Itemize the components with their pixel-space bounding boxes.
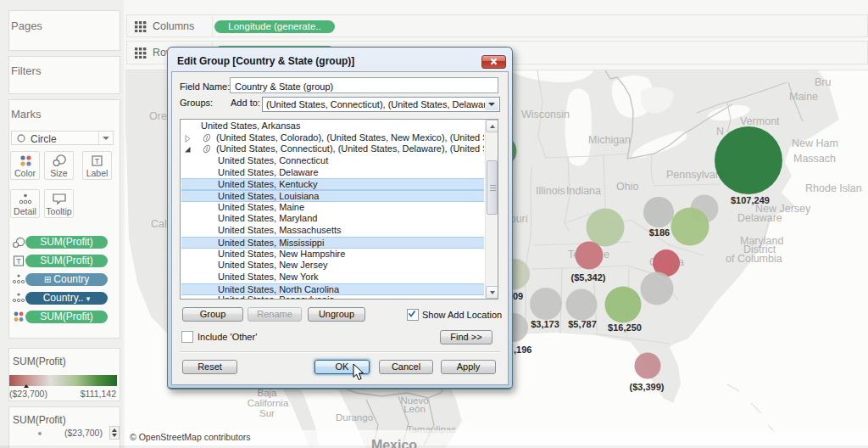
- svg-text:$5,787: $5,787: [568, 319, 597, 329]
- svg-text:Ohio: Ohio: [616, 181, 638, 193]
- svg-text:Massach: Massach: [793, 153, 836, 165]
- svg-text:Wisconsin: Wisconsin: [521, 109, 570, 120]
- svg-text:$186: $186: [649, 227, 670, 238]
- svg-text:Sur: Sur: [259, 408, 275, 418]
- svg-text:N: N: [716, 126, 724, 137]
- svg-text:Indiana: Indiana: [566, 185, 601, 197]
- svg-text:of Columbia: of Columbia: [726, 253, 782, 265]
- svg-text:California: California: [248, 398, 289, 408]
- svg-text:Maine: Maine: [789, 91, 818, 103]
- svg-text:Vermont: Vermont: [740, 115, 780, 127]
- svg-text:New Ham: New Ham: [792, 137, 838, 149]
- svg-text:($5,342): ($5,342): [571, 272, 606, 283]
- svg-text:09: 09: [513, 291, 523, 301]
- svg-text:Illinois: Illinois: [536, 185, 565, 197]
- svg-text:e: e: [604, 249, 609, 260]
- svg-text:$3,173: $3,173: [531, 319, 559, 329]
- svg-text:© OpenStreetMap contributors: © OpenStreetMap contributors: [130, 432, 251, 442]
- svg-text:,196: ,196: [514, 344, 531, 355]
- svg-text:Pennsylvani: Pennsylvani: [666, 169, 723, 181]
- svg-text:T: T: [16, 257, 21, 266]
- svg-text:$16,250: $16,250: [608, 322, 642, 333]
- svg-text:León: León: [403, 404, 426, 414]
- svg-text:Michigan: Michigan: [588, 134, 631, 146]
- svg-text:($3,399): ($3,399): [630, 382, 665, 392]
- svg-text:$107,249: $107,249: [731, 195, 770, 205]
- svg-text:Durango: Durango: [336, 412, 373, 423]
- svg-text:Bru: Bru: [815, 76, 832, 88]
- svg-text:Rhode Islan: Rhode Islan: [805, 182, 862, 194]
- svg-text:Delaware: Delaware: [737, 212, 782, 224]
- svg-text:T: T: [95, 157, 100, 165]
